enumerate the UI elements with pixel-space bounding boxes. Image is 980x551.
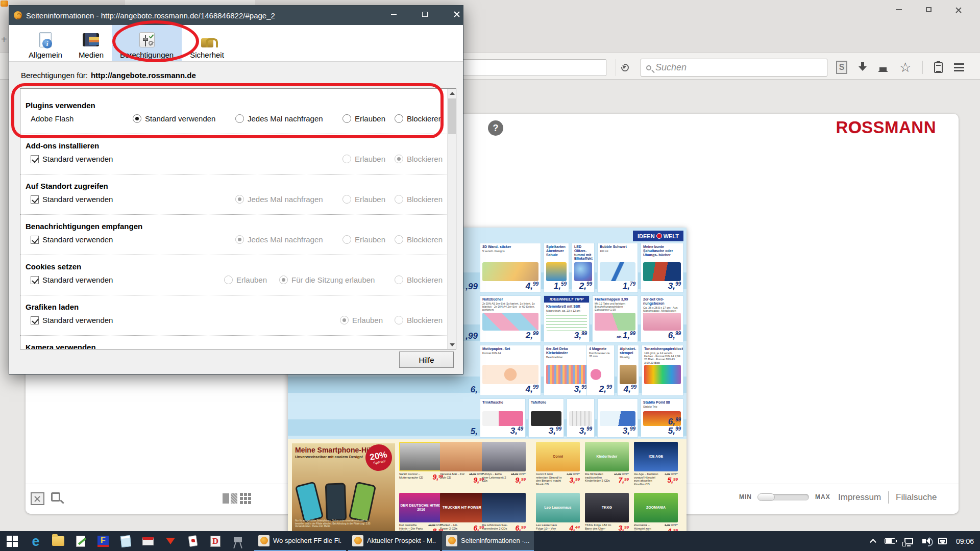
tray-chevron-icon[interactable] [870, 539, 876, 545]
taskbar-app-printer[interactable] [137, 531, 159, 551]
radio-option[interactable]: Blockieren [395, 114, 443, 123]
f-app-icon: F [97, 536, 109, 547]
taskbar-app-explorer[interactable] [47, 531, 69, 551]
checkbox-label: Standard verwenden [42, 195, 113, 204]
zoom-slider[interactable] [758, 494, 809, 500]
taskbar-app-glass-notepad[interactable] [114, 531, 137, 551]
grid-view-icon[interactable] [240, 493, 243, 496]
taskbar-app-notepad-pencil[interactable] [69, 531, 92, 551]
scroll-up-icon[interactable] [448, 89, 456, 97]
media-tile: Puhdys – Echo einer Lebenszeit 2 CDs18,9… [482, 442, 526, 485]
taskbar-app-d-app[interactable]: D [204, 531, 227, 551]
checkbox-icon[interactable] [31, 316, 39, 324]
taskbar-window-button[interactable]: Aktueller Prospekt - M... [348, 531, 440, 551]
flyer-product-tile: 3,99 [567, 398, 595, 438]
cd-cover-image [440, 442, 484, 471]
standard-checkbox[interactable]: Standard verwenden [31, 155, 113, 163]
checkbox-icon[interactable] [31, 276, 39, 284]
zoom-slider-knob[interactable] [757, 493, 775, 501]
radio-icon[interactable] [235, 114, 244, 123]
help-button[interactable]: Hilfe [399, 352, 454, 368]
taskbar-app-edge[interactable]: e [24, 531, 47, 551]
standard-checkbox[interactable]: Standard verwenden [31, 235, 113, 244]
tab-medien[interactable]: Medien [70, 25, 112, 61]
media-caption: Puhdys – Echo einer Lebenszeit 2 CDs18,9… [482, 472, 526, 485]
media-title: Puhdys – Echo einer Lebenszeit 2 CDs [482, 472, 508, 485]
zoom-icon[interactable] [51, 492, 60, 502]
cd-cover-image: Kinderlieder [585, 442, 629, 471]
minimize-icon[interactable] [891, 4, 906, 15]
radio-icon [235, 195, 244, 204]
cd-cover-image: Conni [536, 442, 580, 471]
standard-checkbox[interactable]: Standard verwenden [31, 316, 113, 324]
taskbar-app-cards-game[interactable] [182, 531, 204, 551]
firefox-icon [352, 535, 363, 546]
new-tab-icon[interactable]: + [1, 34, 7, 45]
taskbar-app-red-download-arrow[interactable] [159, 531, 182, 551]
checkbox-icon[interactable] [31, 236, 39, 244]
tab-sicherheit[interactable]: Sicherheit [182, 25, 232, 61]
dialog-maximize-icon[interactable] [413, 6, 436, 23]
reload-button[interactable] [616, 59, 634, 76]
radio-icon[interactable] [133, 114, 141, 123]
dialog-close-icon[interactable] [445, 6, 468, 23]
taskbar-clock[interactable]: 09:06 [956, 537, 974, 545]
taskbar-app-f-app[interactable]: F [92, 531, 114, 551]
bookmark-star-icon[interactable]: ☆ [899, 62, 911, 72]
radio-option[interactable]: Standard verwenden [133, 114, 215, 123]
clipboard-icon[interactable] [934, 62, 943, 73]
battery-icon[interactable] [885, 538, 895, 544]
taskbar-window-button[interactable]: Wo speichert FF die Fl... [254, 531, 346, 551]
dialog-minimize-icon[interactable] [382, 6, 405, 23]
standard-checkbox[interactable]: Standard verwenden [31, 276, 113, 284]
speaker-icon[interactable] [922, 539, 926, 543]
notifications-icon[interactable] [938, 538, 947, 544]
radio-label: Erlauben [355, 155, 385, 163]
taskbar-app-camera-tripod[interactable] [227, 531, 249, 551]
help-icon[interactable]: ? [488, 120, 503, 136]
filialsuche-link[interactable]: Filialsuche [896, 492, 937, 503]
media-title: Sarah Connor – Muttersprache CD [399, 472, 426, 482]
tab-berechtigungen[interactable]: Berechtigungen [112, 25, 182, 61]
start-button[interactable] [0, 531, 24, 551]
network-icon[interactable] [904, 538, 913, 544]
radio-icon[interactable] [342, 114, 351, 123]
product-image [643, 313, 681, 331]
scroll-down-icon[interactable] [448, 340, 456, 349]
close-icon[interactable] [950, 4, 966, 15]
search-input[interactable]: Suchen [641, 59, 827, 77]
flyer-product-tile: Tafelfolie3,99 [528, 398, 564, 438]
url-bar[interactable] [459, 59, 606, 76]
taskbar-window-button[interactable]: Seiteninformationen -... [442, 531, 534, 551]
fullscreen-icon[interactable] [31, 492, 44, 505]
radio-option[interactable]: Erlauben [342, 114, 385, 123]
standard-checkbox[interactable]: Standard verwenden [31, 195, 113, 204]
product-desc: 100 ml [600, 249, 635, 253]
impressum-link[interactable]: Impressum [838, 492, 881, 503]
downloads-icon[interactable] [859, 62, 867, 72]
price-label: 6, [471, 385, 478, 395]
checkbox-label: Standard verwenden [42, 155, 113, 163]
media-tile: KinderliederDie 60 besten traditionellen… [585, 442, 629, 485]
search-icon [646, 65, 651, 70]
permission-section: Plugins verwendenAdobe FlashStandard ver… [20, 94, 447, 134]
flyer-product-tile: Stabilo Point 88Stabilo Trio5,996,99 [641, 398, 683, 438]
media-price-block: 7,99 UVP*5,99 [665, 472, 678, 486]
price-label: 3,99 [668, 281, 681, 291]
home-icon[interactable] [878, 63, 888, 72]
browser-tab[interactable] [125, 0, 255, 5]
radio-option[interactable]: Jedes Mal nachfragen [235, 114, 323, 123]
scrollbar-thumb[interactable] [448, 98, 456, 134]
checkbox-icon[interactable] [31, 155, 39, 163]
radio-label: Erlauben [236, 276, 267, 284]
menu-hamburger-icon[interactable] [954, 63, 964, 71]
maximize-icon[interactable] [921, 4, 936, 15]
scrollbar[interactable] [447, 89, 456, 349]
media-caption: Sarah Connor – Muttersprache CD9,99 [399, 472, 443, 482]
tab-allgemein[interactable]: Allgemein [20, 25, 70, 61]
radio-label: Erlauben [352, 316, 383, 324]
spread-view-icon[interactable] [223, 493, 237, 504]
checkbox-icon[interactable] [31, 195, 39, 204]
radio-icon[interactable] [395, 114, 403, 123]
addon-s-icon[interactable]: S [836, 61, 847, 74]
